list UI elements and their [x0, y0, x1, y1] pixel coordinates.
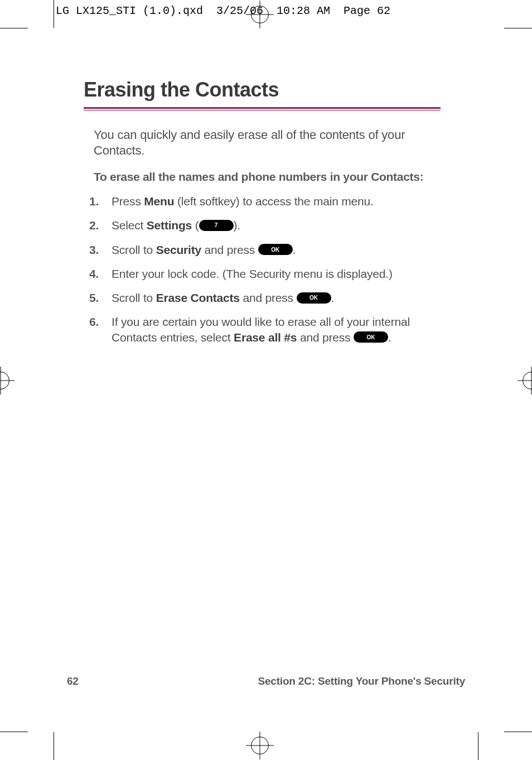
crop-mark	[0, 732, 28, 732]
step-item: 6.If you are certain you would like to e…	[89, 314, 441, 345]
step-number: 6.	[89, 314, 112, 329]
step-text: Scroll to Security and press OK.	[112, 242, 441, 257]
step-text: Select Settings (7).	[112, 218, 441, 233]
step-number: 3.	[89, 242, 112, 257]
registration-mark-icon	[523, 372, 532, 389]
subheading: To erase all the names and phone numbers…	[94, 170, 441, 184]
step-post: .	[331, 291, 335, 304]
page-content: Erasing the Contacts You can quickly and…	[84, 78, 441, 354]
print-job-header: LG LX125_STI (1.0).qxd 3/25/06 10:28 AM …	[56, 4, 390, 17]
step-post: ).	[234, 219, 240, 232]
page-number: 62	[67, 675, 79, 687]
registration-mark-icon	[251, 737, 269, 754]
intro-paragraph: You can quickly and easily erase all of …	[94, 127, 441, 158]
step-number: 5.	[89, 290, 112, 305]
step-text: Scroll to Erase Contacts and press OK.	[112, 290, 441, 305]
crop-mark	[504, 28, 532, 28]
page-title: Erasing the Contacts	[84, 78, 441, 102]
crop-mark	[0, 28, 28, 28]
step-mid: and press	[201, 243, 258, 256]
key-button-icon: OK	[258, 244, 293, 255]
step-item: 1.Press Menu (left softkey) to access th…	[89, 194, 441, 209]
step-item: 5.Scroll to Erase Contacts and press OK.	[89, 290, 441, 305]
step-number: 1.	[89, 194, 112, 209]
step-bold: Settings	[147, 219, 192, 232]
step-mid: and press	[240, 291, 297, 304]
step-number: 4.	[89, 266, 112, 281]
steps-list: 1.Press Menu (left softkey) to access th…	[89, 194, 441, 345]
step-pre: Select	[112, 219, 147, 232]
step-bold: Security	[156, 243, 201, 256]
section-label: Section 2C: Setting Your Phone's Securit…	[258, 675, 465, 687]
step-text: Press Menu (left softkey) to access the …	[112, 194, 441, 209]
step-pre: Scroll to	[112, 291, 156, 304]
step-item: 2.Select Settings (7).	[89, 218, 441, 233]
step-pre: Press	[112, 195, 144, 208]
step-text: If you are certain you would like to era…	[112, 314, 441, 345]
step-mid: and press	[297, 331, 354, 344]
key-button-icon: 7	[199, 220, 234, 231]
step-mid: (	[192, 219, 199, 232]
key-button-icon: OK	[354, 331, 388, 343]
page-footer: 62 Section 2C: Setting Your Phone's Secu…	[67, 675, 465, 687]
step-number: 2.	[89, 218, 112, 233]
crop-mark	[504, 732, 532, 732]
key-button-icon: OK	[297, 292, 331, 304]
step-post: .	[388, 331, 391, 344]
crop-mark	[54, 732, 54, 760]
step-pre: Scroll to	[112, 243, 156, 256]
step-post: .	[293, 243, 296, 256]
title-rule	[84, 107, 441, 110]
step-bold: Menu	[144, 195, 174, 208]
step-mid: (left softkey) to access the main menu.	[174, 195, 373, 208]
step-bold: Erase Contacts	[156, 291, 240, 304]
step-item: 3.Scroll to Security and press OK.	[89, 242, 441, 257]
step-pre: Enter your lock code. (The Security menu…	[112, 267, 393, 280]
step-bold: Erase all #s	[234, 331, 297, 344]
crop-mark	[54, 0, 54, 28]
step-text: Enter your lock code. (The Security menu…	[112, 266, 441, 281]
step-item: 4.Enter your lock code. (The Security me…	[89, 266, 441, 281]
registration-mark-icon	[0, 372, 9, 389]
crop-mark	[478, 732, 478, 760]
